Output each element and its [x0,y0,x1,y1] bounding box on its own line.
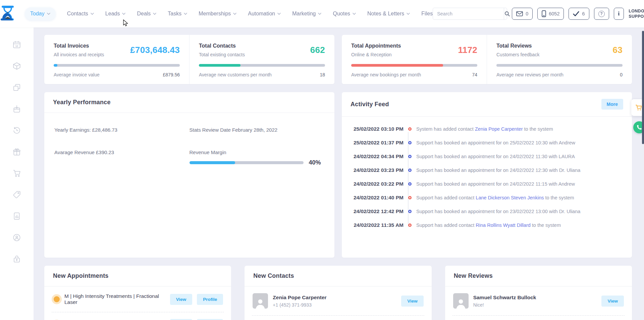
view-button[interactable]: View [601,296,624,307]
gift-icon[interactable] [12,147,21,156]
nav-item-quotes[interactable]: Quotes [333,11,356,17]
appointment-row: Botox 3 Areas View Profile [44,312,231,320]
bottom-panels: New Appointments M | High Intensity Trea… [44,266,632,320]
reviewer-avatar [453,293,469,309]
feed-time: 25/02/2022 01:37 PM [351,140,404,146]
location-label: LONDON SUPPORT [629,8,644,19]
chevron-down-icon [91,13,94,15]
stat-footer-label: Average new customers per month [199,72,272,77]
main-content: Total Invoices All invoices and receipts… [34,27,644,320]
history-icon[interactable] [12,126,21,135]
yearly-performance-panel: Yearly Performance Yearly Earnings: £28,… [44,92,334,258]
view-button[interactable]: View [401,296,424,307]
appointment-label: M | High Intensity Treatments | Fraction… [64,293,165,305]
feed-dot [408,182,412,186]
view-button[interactable]: View [170,294,193,305]
stat-footer-label: Average new bookings per month [351,72,421,77]
feed-text: Support has booked an appointment for on… [416,209,580,214]
account-sync-icon[interactable] [12,233,21,242]
stat-title: Total Contacts [199,43,245,49]
profile-button[interactable]: Profile [197,294,223,305]
feed-text-post: to the system [545,195,574,200]
feed-entry: 24/02/2022 01:40 PM Support has added co… [351,195,623,201]
status-dot [54,296,60,302]
progress-bar [351,64,477,67]
feed-text-post: to the system [532,222,561,228]
more-button[interactable]: More [601,99,623,110]
location-line2: SUPPORT [629,14,644,19]
new-contacts-panel: New Contacts Zenia Pope Carpenter +1 (45… [245,266,431,320]
activity-feed-list: 25/02/2022 03:10 PM System has added con… [342,117,632,243]
feed-text-pre: Support has booked an appointment for on… [416,181,575,187]
progress-fill [199,64,240,67]
app-logo[interactable] [0,5,15,22]
review-row: Samuel Schwartz Bullock Nice! View [445,286,632,315]
feed-text: Support has added contactRina Rollins Wy… [416,222,561,228]
package-icon[interactable] [12,62,21,70]
progress-fill [54,64,57,67]
stats-card-left: Total Invoices All invoices and receipts… [44,35,334,84]
nav-item-memberships[interactable]: Memberships [199,11,236,17]
search-icon [504,11,510,17]
nav-item-tasks[interactable]: Tasks [168,11,187,17]
stats-card-right: Total Appointments Online & Reception 11… [342,35,632,84]
stat-value: 662 [310,45,325,55]
svg-text:12: 12 [15,45,18,48]
nav-item-files[interactable]: Files [421,11,433,17]
search-input[interactable] [433,11,504,16]
left-sidebar: 12 [0,27,34,320]
bag-download-icon[interactable] [12,105,21,113]
feed-contact-link[interactable]: Rina Rollins Wyatt Dillard [476,222,530,228]
nav-item-contacts[interactable]: Contacts [67,11,94,17]
info-button[interactable]: i [614,8,624,20]
nav-item-leads[interactable]: Leads [105,11,126,17]
main-nav: Today Contacts Leads Deals Tasks Members… [25,7,433,20]
cart-icon[interactable] [12,169,21,178]
search-button[interactable] [504,8,510,19]
lock-icon[interactable] [12,255,21,263]
feed-text-pre: System has added contact [416,126,474,132]
scrollbar[interactable] [642,31,644,144]
price-tag-icon[interactable] [12,190,21,199]
nav-item-marketing[interactable]: Marketing [292,11,321,17]
feed-time: 24/02/2022 01:40 PM [351,195,404,201]
feed-dot [408,169,412,172]
nav-item-deals[interactable]: Deals [137,11,156,17]
nav-label: Notes & Letters [367,11,404,17]
panel-title: Activity Feed [351,101,389,108]
feed-time: 24/02/2022 03:22 PM [351,181,404,187]
mail-badge[interactable]: 0 [512,8,533,20]
chevron-down-icon [47,13,50,15]
feed-contact-link[interactable]: Lane Dickerson Steven Jenkins [476,195,544,200]
nav-label: Leads [105,11,120,17]
nav-item-automation[interactable]: Automation [248,11,281,17]
revenue-margin-block: Revenue Margin 40% [190,149,325,166]
feed-dot [408,223,412,227]
nav-item-today[interactable]: Today [25,7,56,20]
feed-time: 25/02/2022 03:10 PM [351,126,404,132]
stat-value: 1172 [458,45,477,55]
stat-total-reviews: Total Reviews Customers feedback 63 Aver… [487,35,632,84]
nav-item-notes-letters[interactable]: Notes & Letters [367,11,410,17]
feed-contact-link[interactable]: Zenia Pope Carpenter [475,126,523,132]
stat-title: Total Invoices [54,43,104,49]
feed-text-pre: Support has booked an appointment for on… [416,154,575,159]
feed-entry: 24/02/2022 11:35 AM Support has added co… [351,222,623,228]
help-button[interactable]: ? [594,8,609,20]
feed-text-pre: Support has added contact [416,222,474,228]
feed-text-post: to the system [524,126,553,132]
phone-chat-icon [636,124,642,130]
feed-text: Support has added contactLane Dickerson … [416,195,574,200]
phone-badge[interactable]: 6052 [537,8,564,20]
progress-bar [199,64,325,67]
calendar-icon[interactable]: 12 [12,40,21,49]
tasks-badge[interactable]: 6 [569,8,589,20]
report-icon[interactable] [12,212,21,220]
envelope-icon [516,11,523,16]
copy-icon[interactable] [12,83,21,92]
person-silhouette-icon [455,297,467,309]
panel-title: New Contacts [253,272,294,279]
mobile-phone-icon [542,10,546,17]
check-icon [573,11,579,16]
stat-value: 63 [612,45,623,55]
